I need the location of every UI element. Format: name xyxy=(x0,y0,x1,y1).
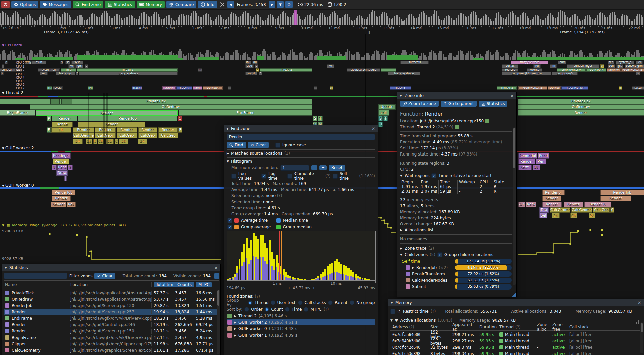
zone-chip[interactable]: RerS xyxy=(526,202,536,207)
zone-chip[interactable]: 24 xyxy=(552,213,560,218)
zone-chip[interactable]: s xyxy=(85,64,88,68)
zone-chip[interactable]: M xyxy=(88,86,93,90)
zone-chip[interactable]: R xyxy=(47,116,51,121)
zone-chip[interactable] xyxy=(381,68,396,72)
zone-chip[interactable]: GUIF worker 2 xyxy=(518,86,547,90)
zone-chip[interactable]: Render xyxy=(518,110,644,116)
zone-chip[interactable]: sen xyxy=(608,64,615,68)
min-bin-input[interactable] xyxy=(280,165,309,171)
statistics-row[interactable]: Render jni/../jni/src/guif/Screen.cpp:15… xyxy=(4,328,219,334)
zone-chip[interactable]: Tracy ( xyxy=(176,86,192,90)
statistics-button[interactable]: Statistics xyxy=(105,1,135,8)
zone-chip[interactable]: Render xyxy=(73,127,94,133)
zone-chip[interactable]: Rerff. xyxy=(518,165,532,170)
relative-time-checkbox[interactable]: ✔ xyxy=(431,173,436,178)
zone-chip[interactable]: kv xyxy=(636,61,643,64)
zone-chip[interactable]: A xyxy=(600,64,604,68)
sort-counts-button[interactable]: Counts xyxy=(175,282,194,287)
zone-chip[interactable]: Render xyxy=(158,127,178,133)
zone-chip[interactable]: Rencer xyxy=(564,202,583,207)
zone-chip[interactable]: gis xyxy=(616,64,623,68)
zone-chip[interactable]: surfacefli xyxy=(400,61,429,64)
statistics-row[interactable]: Render jni/../jni/src/guif/Screen.cpp:25… xyxy=(4,309,219,315)
zone-chip[interactable]: surfac xyxy=(502,64,518,68)
zone-chip[interactable]: GUI xyxy=(193,86,202,90)
zone-chip[interactable]: S xyxy=(313,116,317,121)
collapse-icon[interactable]: ▼ xyxy=(226,127,229,130)
selected-frame-marker[interactable] xyxy=(294,10,297,25)
group-by-thread[interactable] xyxy=(248,300,253,305)
zone-chip[interactable]: s xyxy=(60,61,63,64)
zone-chip[interactable]: OnRedraw xyxy=(518,104,644,110)
statistics-row[interactable]: Clipper jni/../jni/src/claw/gfx/geo/Clip… xyxy=(4,341,219,347)
zone-chip[interactable]: 18 xyxy=(533,165,540,170)
zone-chip[interactable]: BeginFrame xyxy=(0,110,35,116)
cpu-data-section-header[interactable]: ▼CPU data xyxy=(2,43,22,47)
zone-chip[interactable]: composer@2.1-se (Hw xyxy=(502,72,551,75)
zone-chip[interactable]: 9 xyxy=(68,165,73,170)
zone-chip[interactable]: call xyxy=(378,110,389,116)
zone-chip[interactable]: Draw xyxy=(56,170,68,176)
memory-usage-section-header[interactable]: ▼ ▦ Memory usage (y-range: 178.27 KB, vi… xyxy=(2,223,126,227)
zone-chip[interactable] xyxy=(50,99,60,104)
zone-search-input[interactable] xyxy=(227,134,375,140)
zone-chip[interactable]: C xyxy=(610,207,614,213)
close-icon[interactable]: × xyxy=(637,300,641,305)
zone-chip[interactable]: Rend xyxy=(538,153,549,159)
zone-chip[interactable]: CalcGeor xyxy=(95,133,116,138)
zone-chip[interactable]: Tracy S xyxy=(390,86,411,90)
zoom-to-zone-button[interactable]: Zoom to zone xyxy=(400,101,439,107)
thread2-section-header[interactable]: ▼Thread-2 xyxy=(2,90,23,95)
zone-chip[interactable]: 24 xyxy=(73,139,83,144)
zone-chip[interactable]: ^ xyxy=(76,72,78,75)
clear-button[interactable]: ⊘Clear xyxy=(248,142,269,148)
zone-chip[interactable] xyxy=(2,64,4,68)
zone-chip[interactable]: EndFrame xyxy=(179,110,312,116)
statistics-button[interactable]: Statistics xyxy=(479,101,508,107)
zone-trace-header[interactable]: ▶ Zone trace(2) xyxy=(400,245,512,251)
zone-chip[interactable]: RenderJol xyxy=(52,153,71,159)
zone-chip[interactable]: A xyxy=(330,86,333,90)
group-by-user-text[interactable] xyxy=(271,300,275,305)
close-icon[interactable]: × xyxy=(371,126,375,131)
zone-chip[interactable]: 2 xyxy=(5,61,8,64)
zone-chip[interactable]: GUIF worker 0 xyxy=(557,68,586,72)
histogram-header[interactable]: ▼ Histogram xyxy=(227,159,375,164)
zone-chip[interactable]: C xyxy=(115,139,118,144)
zone-chip[interactable]: Render xyxy=(52,116,77,121)
zone-time-histogram[interactable] xyxy=(227,231,376,281)
zone-chip[interactable]: RenderJol xyxy=(518,153,537,159)
zone-chip[interactable]: (au xyxy=(245,61,251,64)
zone-chip[interactable]: system_se xyxy=(38,68,60,72)
frame-right-label[interactable]: Frame 3,194 (13.92 ms) xyxy=(558,30,606,34)
zone-chip[interactable]: Ren xyxy=(536,159,546,164)
statistics-row[interactable]: BeginFrame jni/../jni/src/claw/gfx/drv/v… xyxy=(4,334,219,341)
zone-chip[interactable]: RenderJob xyxy=(52,190,75,195)
zone-chip[interactable]: C xyxy=(93,139,97,144)
zone-chip[interactable]: OnRedraw xyxy=(30,104,312,110)
filter-zones-input[interactable] xyxy=(4,273,67,279)
zone-chip[interactable]: ss xyxy=(65,61,70,64)
messages-button[interactable]: Messages xyxy=(40,1,71,8)
bin-minus-button[interactable]: - xyxy=(311,165,317,170)
zone-chip[interactable]: Thre xyxy=(61,68,76,72)
zone-chip[interactable]: s xyxy=(636,72,640,75)
zone-chip[interactable]: kw xyxy=(68,64,75,68)
zone-chip[interactable]: 99@ xyxy=(25,61,32,64)
zone-chip[interactable]: rot_d xyxy=(245,72,257,75)
options-button[interactable]: Options xyxy=(11,1,38,8)
child-zone-row[interactable]: Self time172.14 us (3.83%) xyxy=(400,258,512,264)
zone-chip[interactable]: Th xyxy=(47,86,52,90)
zone-chip[interactable]: GUIF work xyxy=(586,68,606,72)
cumulate-time-checkbox[interactable] xyxy=(287,174,292,179)
frame-dropdown-button[interactable]: ▼ xyxy=(277,1,284,8)
zone-chip[interactable]: surfaceflinger xyxy=(567,64,599,68)
zone-chip[interactable]: Render xyxy=(52,196,71,201)
zone-chip[interactable]: CalcGeomet xyxy=(571,207,592,213)
allocation-row[interactable]: 0x7dfc53d898 8 bytes 298.34 ms 59.95 s M… xyxy=(390,350,642,355)
child-zone-row[interactable]: ▶RenderJob(×2)4.16 ms (92.60%) xyxy=(400,264,512,271)
sort-by-count[interactable] xyxy=(264,307,269,312)
zone-chip[interactable]: Render xyxy=(518,159,535,164)
zone-chip[interactable] xyxy=(61,99,72,104)
resize-grip[interactable] xyxy=(512,293,516,297)
